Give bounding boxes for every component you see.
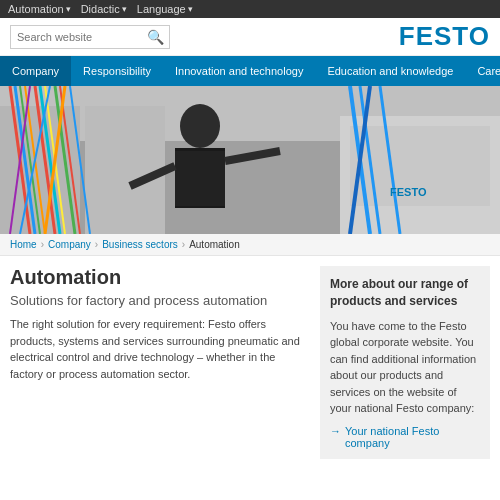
language-dropdown[interactable]: Language bbox=[137, 3, 193, 15]
sidebar-title: More about our range of products and ser… bbox=[330, 276, 480, 310]
sidebar-link[interactable]: Your national Festo company bbox=[330, 425, 480, 449]
breadcrumb-sep-3: › bbox=[182, 239, 185, 250]
page-title: Automation bbox=[10, 266, 306, 289]
breadcrumb-home[interactable]: Home bbox=[10, 239, 37, 250]
nav-item-education[interactable]: Education and knowledge bbox=[315, 56, 465, 86]
nav-item-innovation[interactable]: Innovation and technology bbox=[163, 56, 315, 86]
nav-item-company[interactable]: Company bbox=[0, 56, 71, 86]
nav-bar: Company Responsibility Innovation and te… bbox=[0, 56, 500, 86]
breadcrumb-current: Automation bbox=[189, 239, 240, 250]
svg-rect-26 bbox=[175, 151, 225, 206]
breadcrumb-company[interactable]: Company bbox=[48, 239, 91, 250]
header: 🔍 FESTO bbox=[0, 18, 500, 56]
nav-item-responsibility[interactable]: Responsibility bbox=[71, 56, 163, 86]
main-content: Automation Solutions for factory and pro… bbox=[0, 256, 500, 469]
search-box: 🔍 bbox=[10, 25, 170, 49]
svg-text:FESTO: FESTO bbox=[390, 186, 427, 198]
search-icon[interactable]: 🔍 bbox=[147, 29, 164, 45]
svg-rect-4 bbox=[85, 106, 165, 234]
hero-svg: FESTO bbox=[0, 86, 500, 234]
breadcrumb-sep-1: › bbox=[41, 239, 44, 250]
sidebar-body: You have come to the Festo global corpor… bbox=[330, 318, 480, 417]
nav-item-careers[interactable]: Careers bbox=[465, 56, 500, 86]
breadcrumb-business-sectors[interactable]: Business sectors bbox=[102, 239, 178, 250]
automation-dropdown[interactable]: Automation bbox=[8, 3, 71, 15]
search-input[interactable] bbox=[17, 31, 147, 43]
didactic-dropdown[interactable]: Didactic bbox=[81, 3, 127, 15]
top-bar: Automation Didactic Language bbox=[0, 0, 500, 18]
breadcrumb-sep-2: › bbox=[95, 239, 98, 250]
page-subtitle: Solutions for factory and process automa… bbox=[10, 293, 306, 308]
content-left: Automation Solutions for factory and pro… bbox=[10, 266, 306, 459]
breadcrumb: Home › Company › Business sectors › Auto… bbox=[0, 234, 500, 256]
hero-image: FESTO bbox=[0, 86, 500, 234]
page-body: The right solution for every requirement… bbox=[10, 316, 306, 382]
festo-logo: FESTO bbox=[399, 21, 490, 52]
svg-point-24 bbox=[180, 104, 220, 148]
sidebar: More about our range of products and ser… bbox=[320, 266, 490, 459]
